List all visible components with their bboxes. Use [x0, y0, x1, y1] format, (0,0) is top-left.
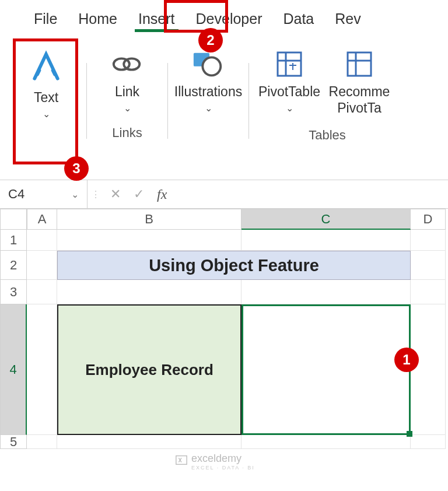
separator [167, 63, 168, 139]
recommended-label-1: Recomme [329, 84, 390, 100]
row-hdr-1[interactable]: 1 [0, 230, 27, 251]
cell-d4[interactable] [411, 304, 446, 435]
svg-rect-7 [348, 52, 371, 76]
group-links: Link ⌄ Links [95, 45, 159, 141]
illustrations-label: Illustrations [174, 84, 242, 100]
cell-a2[interactable] [27, 251, 57, 280]
row-5: 5 [0, 435, 448, 449]
formula-bar: C4 ⌄ ⋮ ✕ ✓ fx [0, 180, 448, 209]
cell-b3[interactable] [57, 280, 242, 304]
cell-d1[interactable] [411, 230, 446, 251]
col-d[interactable]: D [411, 209, 446, 230]
cell-a5[interactable] [27, 435, 57, 449]
name-box[interactable]: C4 ⌄ [0, 180, 88, 208]
cell-d5[interactable] [411, 435, 446, 449]
cell-a4[interactable] [27, 304, 57, 435]
select-all-corner[interactable] [0, 209, 27, 230]
row-hdr-2[interactable]: 2 [0, 251, 27, 280]
link-button[interactable]: Link ⌄ [95, 45, 159, 117]
cell-a1[interactable] [27, 230, 57, 251]
tab-insert[interactable]: Insert [128, 6, 186, 33]
group-illustrations: Illustrations ⌄ [176, 45, 240, 117]
watermark-tag: EXCEL · DATA · BI [191, 465, 255, 471]
col-a[interactable]: A [27, 209, 57, 230]
divider-icon: ⋮ [88, 189, 102, 200]
links-group-label: Links [112, 125, 142, 141]
group-text: Text ⌄ [14, 45, 78, 123]
row-4: 4 Employee Record [0, 304, 448, 435]
cell-c1[interactable] [242, 230, 411, 251]
cell-b4[interactable]: Employee Record [57, 304, 242, 435]
excel-icon [175, 454, 188, 469]
tab-home[interactable]: Home [68, 6, 128, 33]
tab-developer[interactable]: Developer [186, 6, 273, 33]
cell-b1[interactable] [57, 230, 242, 251]
merged-title[interactable]: Using Object Feature [57, 251, 411, 280]
tab-file[interactable]: File [23, 6, 68, 33]
ribbon-tabs: File Home Insert Developer Data Rev [0, 0, 448, 34]
text-label: Text [34, 90, 58, 106]
cell-d3[interactable] [411, 280, 446, 304]
cell-c5[interactable] [242, 435, 411, 449]
cell-d2[interactable] [411, 251, 446, 280]
formula-input[interactable] [175, 180, 448, 208]
ribbon: Text ⌄ Link ⌄ Links Illustrations ⌄ [0, 34, 448, 180]
separator [86, 63, 87, 139]
svg-rect-4 [278, 52, 301, 76]
row-hdr-3[interactable]: 3 [0, 280, 27, 304]
chevron-down-icon: ⌄ [286, 103, 293, 114]
cell-a3[interactable] [27, 280, 57, 304]
tab-review[interactable]: Rev [324, 6, 371, 33]
svg-point-1 [124, 58, 139, 69]
svg-rect-10 [176, 456, 187, 465]
col-c[interactable]: C [242, 209, 411, 230]
formula-tools: ✕ ✓ fx [102, 187, 175, 202]
illustrations-button[interactable]: Illustrations ⌄ [176, 45, 240, 117]
group-tables: PivotTable ⌄ Recomme PivotTa Tables [257, 45, 397, 143]
recommended-pivot-button[interactable]: Recomme PivotTa [321, 45, 397, 120]
text-button[interactable]: Text ⌄ [14, 45, 78, 123]
col-b[interactable]: B [57, 209, 242, 230]
row-1: 1 [0, 230, 448, 251]
badge-3: 3 [64, 156, 89, 181]
link-label: Link [115, 84, 139, 100]
selection-handle[interactable] [407, 431, 412, 437]
fx-icon[interactable]: fx [155, 187, 169, 202]
column-headers: A B C D [27, 209, 448, 230]
text-icon [29, 50, 63, 86]
pivottable-label: PivotTable [258, 84, 320, 100]
cell-b5[interactable] [57, 435, 242, 449]
recommended-pivot-icon [345, 50, 373, 80]
pivottable-button[interactable]: PivotTable ⌄ [257, 45, 321, 120]
illustrations-icon [191, 50, 225, 80]
watermark: exceldemy EXCEL · DATA · BI [175, 453, 255, 471]
badge-2: 2 [198, 28, 223, 52]
link-icon [110, 50, 144, 80]
cell-c3[interactable] [242, 280, 411, 304]
separator [249, 63, 249, 139]
recommended-label-2: PivotTa [337, 100, 381, 117]
chevron-down-icon: ⌄ [205, 103, 212, 114]
tables-group-label: Tables [309, 128, 346, 143]
cancel-icon[interactable]: ✕ [108, 187, 123, 202]
accept-icon[interactable]: ✓ [131, 187, 146, 202]
tab-data[interactable]: Data [272, 6, 324, 33]
pivottable-icon [275, 50, 303, 80]
chevron-down-icon: ⌄ [124, 103, 131, 114]
name-box-value: C4 [8, 187, 24, 202]
row-hdr-5[interactable]: 5 [0, 435, 27, 449]
row-3: 3 [0, 280, 448, 304]
badge-1: 1 [394, 348, 419, 372]
row-hdr-4[interactable]: 4 [0, 304, 27, 435]
chevron-down-icon: ⌄ [43, 108, 50, 120]
svg-point-3 [202, 57, 220, 75]
chevron-down-icon: ⌄ [71, 189, 79, 200]
cell-c4-selected[interactable] [242, 304, 411, 435]
row-2: 2 Using Object Feature [0, 251, 448, 280]
watermark-brand: exceldemy [191, 453, 255, 465]
spreadsheet-grid: A B C D 1 2 Using Object Feature 3 4 Emp… [0, 209, 448, 449]
